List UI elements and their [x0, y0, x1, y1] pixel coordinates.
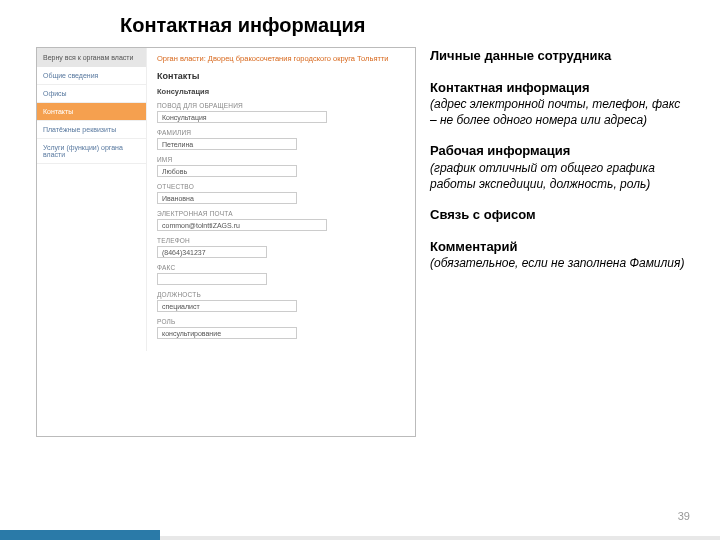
- footer-line: [160, 536, 720, 540]
- firstname-input[interactable]: Любовь: [157, 165, 297, 177]
- annot-work-title: Рабочая информация: [430, 142, 690, 160]
- annot-contact-desc: (адрес электронной почты, телефон, факс …: [430, 96, 690, 128]
- annotations: Личные данные сотрудника Контактная инфо…: [430, 47, 690, 437]
- field-label-lastname: ФАМИЛИЯ: [157, 129, 405, 136]
- nav-item-payment[interactable]: Платёжные реквизиты: [37, 121, 146, 139]
- nav-item-offices[interactable]: Офисы: [37, 85, 146, 103]
- field-label-role: РОЛЬ: [157, 318, 405, 325]
- content-row: Верну вся к органам власти Общие сведени…: [0, 47, 720, 437]
- annot-comment-title: Комментарий: [430, 238, 690, 256]
- email-input[interactable]: common@tolnttiZAGS.ru: [157, 219, 327, 231]
- field-label-fax: ФАКС: [157, 264, 405, 271]
- nav-item-services[interactable]: Услуги (функции) органа власти: [37, 139, 146, 164]
- slide-title: Контактная информация: [0, 0, 720, 47]
- annot-contact-title: Контактная информация: [430, 79, 690, 97]
- position-input[interactable]: специалист: [157, 300, 297, 312]
- nav-item-contacts[interactable]: Контакты: [37, 103, 146, 121]
- role-input[interactable]: консультирование: [157, 327, 297, 339]
- page-number: 39: [678, 510, 690, 522]
- field-label-email: ЭЛЕКТРОННАЯ ПОЧТА: [157, 210, 405, 217]
- footer-accent: [0, 530, 160, 540]
- phone-input[interactable]: (8464)341237: [157, 246, 267, 258]
- field-label-firstname: ИМЯ: [157, 156, 405, 163]
- lastname-input[interactable]: Петелина: [157, 138, 297, 150]
- nav-item-general[interactable]: Общие сведения: [37, 67, 146, 85]
- field-label-position: ДОЛЖНОСТЬ: [157, 291, 405, 298]
- org-label: Орган власти: Дворец бракосочетания горо…: [157, 54, 405, 63]
- annot-office-link: Связь с офисом: [430, 206, 690, 224]
- embedded-screenshot: Верну вся к органам власти Общие сведени…: [36, 47, 416, 437]
- main-panel: Орган власти: Дворец бракосочетания горо…: [147, 48, 415, 351]
- annot-personal: Личные данные сотрудника: [430, 47, 690, 65]
- field-label-reason: ПОВОД ДЛЯ ОБРАЩЕНИЯ: [157, 102, 405, 109]
- annot-comment-desc: (обязательное, если не заполнена Фамилия…: [430, 255, 690, 271]
- reason-input[interactable]: Консультация: [157, 111, 327, 123]
- section-heading: Контакты: [157, 71, 405, 81]
- subsection: Консультация: [157, 87, 405, 96]
- nav-back-link[interactable]: Верну вся к органам власти: [37, 48, 146, 67]
- patronymic-input[interactable]: Ивановна: [157, 192, 297, 204]
- side-nav: Верну вся к органам власти Общие сведени…: [37, 48, 147, 351]
- fax-input[interactable]: [157, 273, 267, 285]
- field-label-phone: ТЕЛЕФОН: [157, 237, 405, 244]
- annot-work-desc: (график отличный от общего графика работ…: [430, 160, 690, 192]
- field-label-patronymic: ОТЧЕСТВО: [157, 183, 405, 190]
